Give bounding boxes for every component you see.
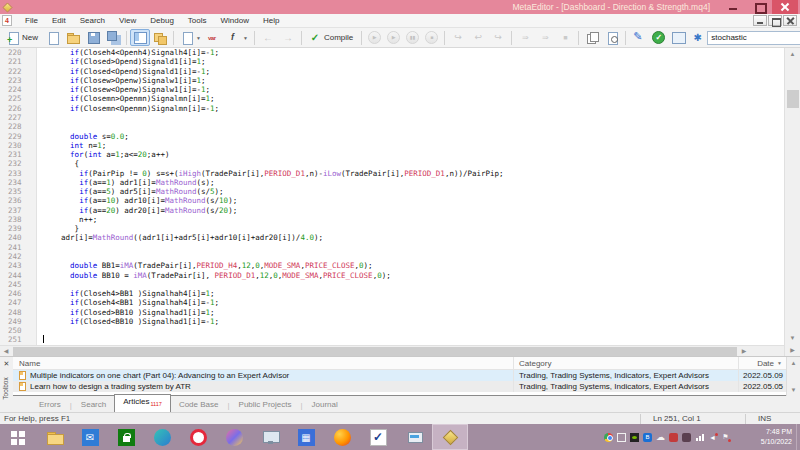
debug-pause-button[interactable]: ▮▮ bbox=[403, 29, 422, 46]
code-line-231[interactable]: 231 for(int a=1;a<=20;a++) bbox=[0, 150, 784, 159]
code-text[interactable]: if(a==1) adr1[i]=MathRound(s); bbox=[37, 178, 215, 187]
article-row[interactable]: Multiple indicators on one chart (Part 0… bbox=[13, 370, 786, 381]
tray-volume-icon[interactable]: ◄ bbox=[708, 433, 717, 442]
code-line-229[interactable]: 229 double s=0.0; bbox=[0, 131, 784, 140]
debug-play-button[interactable]: ▶ bbox=[384, 29, 403, 46]
document-minimize-button[interactable] bbox=[753, 15, 767, 26]
code-line-236[interactable]: 236 if(a==10) adr10[i]=MathRound(s/10); bbox=[0, 196, 784, 205]
menu-file[interactable]: File bbox=[18, 16, 45, 25]
run-to-cursor-button[interactable]: ⇒ bbox=[515, 29, 535, 46]
code-line-233[interactable]: 233 if(PairPip != 0) s=s+(iHigh(TradePai… bbox=[0, 168, 784, 177]
code-text[interactable]: if(a==10) adr10[i]=MathRound(s/10); bbox=[37, 196, 237, 205]
code-line-239[interactable]: 239 } bbox=[0, 224, 784, 233]
code-text[interactable]: if(Closew<Openw)Signalw1[i]=-1; bbox=[37, 85, 210, 94]
code-line-248[interactable]: 248 if(Closed>BB10 )Signalhad1[i]=1; bbox=[0, 307, 784, 316]
code-line-247[interactable]: 247 if(Closeh4<BB1 )Signalhah4[i]=-1; bbox=[0, 298, 784, 307]
taskbar-file-explorer-icon[interactable] bbox=[36, 424, 72, 450]
code-line-230[interactable]: 230 int n=1; bbox=[0, 141, 784, 150]
taskbar-metaeditor-icon[interactable] bbox=[432, 424, 468, 450]
run-next-button[interactable]: ⇒ bbox=[535, 29, 555, 46]
tray-chrome-icon[interactable] bbox=[604, 433, 613, 442]
taskbar-start-icon[interactable] bbox=[0, 424, 36, 450]
taskbar-firefox-icon[interactable] bbox=[324, 424, 360, 450]
menu-help[interactable]: Help bbox=[256, 16, 286, 25]
code-text[interactable]: double s=0.0; bbox=[37, 132, 129, 141]
terminal-window-button[interactable] bbox=[668, 29, 688, 46]
code-line-235[interactable]: 235 if(a==5) adr5[i]=MathRound(s/5); bbox=[0, 187, 784, 196]
code-text[interactable]: double BB1=iMA(TradePair[i],PERIOD_H4,12… bbox=[37, 261, 373, 270]
open-folder-button[interactable] bbox=[63, 29, 83, 46]
break-stop-button[interactable]: ■ bbox=[555, 29, 575, 46]
horizontal-scrollbar[interactable]: ◀ ▶ bbox=[0, 345, 784, 356]
taskbar-calculator-icon[interactable]: ▦ bbox=[288, 424, 324, 450]
taskbar-store-icon[interactable] bbox=[108, 424, 144, 450]
tray-hidden-icons-box-icon[interactable] bbox=[617, 433, 626, 442]
code-text[interactable]: if(Closeh4<Openh4)Signalh4[i]=-1; bbox=[37, 48, 219, 57]
menu-edit[interactable]: Edit bbox=[45, 16, 73, 25]
vertical-scrollbar[interactable]: ▲ ▼ ▶ bbox=[784, 48, 800, 356]
templates-dropdown-button[interactable]: ▼ bbox=[177, 29, 204, 46]
code-text[interactable]: adr[i]=MathRound((adr1[i]+adr5[i]+adr10[… bbox=[37, 233, 323, 242]
article-title[interactable]: Learn how to design a trading system by … bbox=[30, 382, 191, 391]
taskbar-screen-sketch-icon[interactable] bbox=[252, 424, 288, 450]
menu-search[interactable]: Search bbox=[73, 16, 112, 25]
print-preview-button[interactable] bbox=[602, 29, 622, 46]
document-close-button[interactable] bbox=[783, 15, 797, 26]
copy-button[interactable] bbox=[582, 29, 602, 46]
save-all-button[interactable] bbox=[103, 29, 123, 46]
taskbar-clock[interactable]: 7:48 PM 5/10/2022 bbox=[761, 427, 792, 447]
recent-files-button[interactable] bbox=[43, 29, 63, 46]
taskbar-paint3d-icon[interactable] bbox=[216, 424, 252, 450]
tab-articles[interactable]: Articles1117 bbox=[114, 394, 171, 413]
search-input[interactable] bbox=[707, 31, 800, 45]
taskbar-opera-icon[interactable] bbox=[180, 424, 216, 450]
debug-start-button[interactable]: ▶ bbox=[365, 29, 384, 46]
code-line-224[interactable]: 224 if(Closew<Openw)Signalw1[i]=-1; bbox=[0, 85, 784, 94]
tab-code-base[interactable]: Code Base bbox=[171, 398, 227, 412]
taskbar-todo-check-icon[interactable]: ✓ bbox=[360, 424, 396, 450]
back-arrow-button[interactable]: ← bbox=[258, 29, 278, 46]
code-text[interactable]: if(PairPip != 0) s=s+(iHigh(TradePair[i]… bbox=[37, 169, 504, 178]
compile-check-button[interactable]: ✓Compile bbox=[305, 29, 358, 46]
minimize-button[interactable] bbox=[720, 0, 746, 14]
code-line-250[interactable]: 250 bbox=[0, 326, 784, 335]
article-row[interactable]: Learn how to design a trading system by … bbox=[13, 381, 786, 392]
tray-nvidia-icon[interactable] bbox=[630, 433, 639, 442]
code-line-232[interactable]: 232 { bbox=[0, 159, 784, 168]
code-line-227[interactable]: 227 bbox=[0, 113, 784, 122]
column-name[interactable]: Name bbox=[13, 359, 513, 368]
tab-errors[interactable]: Errors bbox=[31, 398, 69, 412]
code-text[interactable]: if(Closed>Opend)Signald1[i]=1; bbox=[37, 57, 206, 66]
vertical-scroll-thumb[interactable] bbox=[787, 90, 799, 108]
code-text[interactable]: if(Closeh4<BB1 )Signalhah4[i]=-1; bbox=[37, 298, 219, 307]
code-line-243[interactable]: 243 double BB1=iMA(TradePair[i],PERIOD_H… bbox=[0, 261, 784, 270]
code-line-234[interactable]: 234 if(a==1) adr1[i]=MathRound(s); bbox=[0, 178, 784, 187]
code-line-251[interactable]: 251 bbox=[0, 335, 784, 344]
code-line-221[interactable]: 221 if(Closed>Opend)Signald1[i]=1; bbox=[0, 57, 784, 66]
code-line-246[interactable]: 246 if(Closeh4>BB1 )Signalhah4[i]=1; bbox=[0, 289, 784, 298]
code-text[interactable]: if(Closew>Openw)Signalw1[i]=1; bbox=[37, 76, 206, 85]
scroll-down-arrow[interactable]: ▼ bbox=[785, 332, 800, 344]
menu-view[interactable]: View bbox=[112, 16, 143, 25]
menu-tools[interactable]: Tools bbox=[181, 16, 214, 25]
variables-button[interactable]: var bbox=[204, 29, 224, 46]
check-shield-button[interactable]: ✓ bbox=[649, 29, 668, 46]
code-line-242[interactable]: 242 bbox=[0, 252, 784, 261]
scroll-right-arrow[interactable]: ▶ bbox=[738, 346, 750, 357]
code-text[interactable]: if(Closeh4>BB1 )Signalhah4[i]=1; bbox=[37, 289, 215, 298]
horizontal-scroll-thumb[interactable] bbox=[13, 347, 737, 356]
navigator-toggle-button[interactable] bbox=[130, 29, 150, 46]
scroll-right-corner-arrow[interactable]: ▶ bbox=[785, 344, 800, 356]
code-text[interactable]: double BB10 = iMA(TradePair[i], PERIOD_D… bbox=[37, 271, 391, 280]
document-restore-button[interactable] bbox=[768, 15, 782, 26]
code-text[interactable]: { bbox=[37, 159, 79, 168]
toolbox-scroll-up-arrow[interactable]: ▲ bbox=[787, 357, 800, 369]
code-text[interactable]: if(Closed<BB10 )Signalhad1[i]=-1; bbox=[37, 317, 219, 326]
forward-arrow-button[interactable]: → bbox=[278, 29, 298, 46]
code-line-225[interactable]: 225 if(Closemn>Openmn)Signalmn[i]=1; bbox=[0, 94, 784, 103]
code-line-228[interactable]: 228 bbox=[0, 122, 784, 131]
tab-search[interactable]: Search bbox=[73, 398, 114, 412]
restore-button[interactable] bbox=[746, 0, 772, 14]
code-text[interactable]: if(a==20) adr20[i]=MathRound(s/20); bbox=[37, 206, 237, 215]
code-line-249[interactable]: 249 if(Closed<BB10 )Signalhad1[i]=-1; bbox=[0, 317, 784, 326]
